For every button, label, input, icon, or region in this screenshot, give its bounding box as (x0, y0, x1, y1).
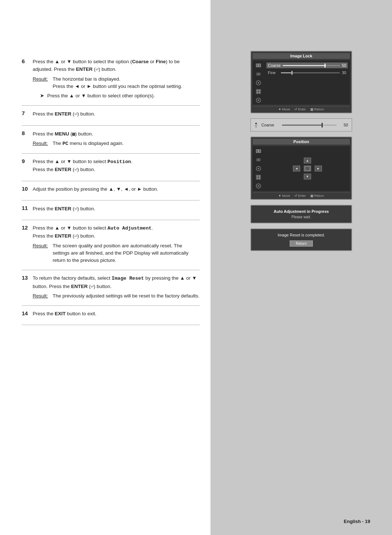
pos-right-btn[interactable]: ► (315, 166, 322, 171)
result-text-13: The previously adjusted settings will be… (53, 292, 199, 300)
step-13-text: To return the factory defaults, select I… (33, 275, 200, 290)
menu-icon-1 (255, 62, 262, 68)
arrow-text: Press the ▲ or ▼ button to select other … (47, 92, 155, 100)
coarse-value: 50 (342, 63, 346, 68)
step-6-arrow: ➤ Press the ▲ or ▼ button to select othe… (40, 92, 200, 100)
fine-value: 30 (342, 70, 346, 75)
position-icons (255, 148, 264, 189)
step-12-content: Press the ▲ or ▼ button to select Auto A… (33, 224, 200, 264)
pos-down-btn[interactable]: ▼ (304, 174, 311, 179)
result-label-12: Result: (33, 242, 53, 264)
menu-icon-4 (255, 89, 262, 94)
divider-13 (22, 305, 200, 306)
step-14-number: 14 (22, 310, 33, 316)
pos-icon-4 (255, 174, 262, 180)
step-7-content: Press the ENTER (⏎) button. (33, 110, 200, 119)
step-12: 12 Press the ▲ or ▼ button to select Aut… (22, 224, 200, 264)
svg-rect-26 (305, 166, 310, 170)
arrow-symbol: ➤ (40, 92, 44, 100)
pos-left-btn[interactable]: ◄ (293, 166, 300, 171)
coarse-slider-box: ▲ ▽ Coarse 50 (250, 118, 352, 131)
pos-footer-move: ✦ Move (278, 194, 290, 198)
image-lock-screen: Image Lock (250, 51, 352, 113)
step-6: 6 Press the ▲ or ▼ button to select the … (22, 58, 200, 100)
result-text-12: The screen quality and position are auto… (53, 242, 200, 264)
result-label-8: Result: (33, 140, 53, 147)
menu-icon-2 (255, 71, 262, 77)
pos-footer-return: ▦ Return (310, 194, 324, 198)
divider-12 (22, 270, 200, 270)
position-title: Position (253, 139, 350, 145)
step-10-content: Adjust the position by pressing the ▲, ▼… (33, 186, 200, 194)
divider-10 (22, 200, 200, 200)
auto-adj-title: Auto Adjustment in Progress (255, 209, 348, 214)
return-button[interactable]: Return (290, 240, 313, 247)
svg-point-2 (258, 65, 259, 66)
step-11-content: Press the ENTER (⏎) button. (33, 205, 200, 214)
pos-footer-enter: ⏎ Enter (294, 194, 306, 198)
step-14-content: Press the EXIT button to exit. (33, 310, 200, 319)
svg-rect-21 (257, 175, 258, 177)
divider-6 (22, 105, 200, 106)
step-13-number: 13 (22, 275, 33, 281)
image-reset-box: Image Reset is completed. Return (250, 228, 352, 251)
step-6-result: Result: The horizontal bar is displayed.… (33, 76, 200, 90)
step-9-number: 9 (22, 158, 33, 164)
step-13-content: To return the factory defaults, select I… (33, 275, 200, 300)
result-label-6: Result: (33, 76, 53, 90)
step-10: 10 Adjust the position by pressing the ▲… (22, 186, 200, 194)
step-7-number: 7 (22, 110, 33, 116)
menu-icon-3 (255, 80, 262, 86)
svg-rect-24 (259, 178, 260, 179)
coarse-arrows: ▲ ▽ (254, 122, 258, 128)
image-reset-text: Image Reset is completed. (255, 233, 348, 237)
pos-center (304, 166, 311, 171)
pos-up-btn[interactable]: ▲ (304, 158, 311, 163)
footer-move: ✦ Move (278, 108, 290, 111)
footer-enter: ⏎ Enter (294, 108, 306, 111)
step-8-number: 8 (22, 130, 33, 136)
menu-icon-5 (255, 97, 262, 103)
step-7: 7 Press the ENTER (⏎) button. (22, 110, 200, 119)
svg-rect-23 (257, 178, 258, 179)
svg-rect-11 (259, 92, 260, 93)
step-6-number: 6 (22, 58, 33, 64)
step-7-text: Press the ENTER (⏎) button. (33, 110, 200, 118)
divider-8 (22, 153, 200, 154)
footer-return: ▦ Return (310, 108, 324, 111)
step-6-text: Press the ▲ or ▼ button to select the op… (33, 58, 200, 73)
step-8: 8 Press the MENU (▦) button. Result: The… (22, 130, 200, 148)
coarse-slider-label: Coarse (261, 123, 278, 127)
svg-rect-10 (257, 92, 258, 93)
result-text-8: The PC menu is displayed again. (53, 140, 124, 147)
image-lock-title: Image Lock (253, 53, 350, 59)
pos-icon-3 (255, 166, 262, 171)
step-8-text: Press the MENU (▦) button. (33, 130, 200, 138)
result-label-13: Result: (33, 292, 53, 300)
step-11-text: Press the ENTER (⏎) button. (33, 205, 200, 212)
step-11-number: 11 (22, 205, 33, 211)
step-10-number: 10 (22, 186, 33, 192)
svg-point-15 (258, 150, 259, 152)
auto-adj-subtitle: Please wait. (255, 215, 348, 219)
pos-icon-1 (255, 148, 262, 154)
page-footer: English - 19 (344, 519, 370, 524)
divider-14 (22, 325, 200, 325)
step-13-result: Result: The previously adjusted settings… (33, 292, 200, 300)
step-8-content: Press the MENU (▦) button. Result: The P… (33, 130, 200, 148)
step-8-result: Result: The PC menu is displayed again. (33, 140, 200, 147)
coarse-row: ▲ ▽ Coarse 50 (254, 122, 348, 128)
divider-9 (22, 181, 200, 181)
auto-adjustment-box: Auto Adjustment in Progress Please wait. (250, 205, 352, 223)
svg-rect-9 (259, 90, 260, 91)
step-14-text: Press the EXIT button to exit. (33, 310, 200, 317)
coarse-slider-value: 50 (341, 123, 348, 127)
svg-point-19 (258, 168, 259, 169)
svg-point-6 (258, 82, 259, 84)
step-10-text: Adjust the position by pressing the ▲, ▼… (33, 186, 200, 193)
step-12-result: Result: The screen quality and position … (33, 242, 200, 264)
step-14: 14 Press the EXIT button to exit. (22, 310, 200, 319)
svg-rect-8 (257, 90, 258, 91)
image-lock-footer: ✦ Move ⏎ Enter ▦ Return (253, 106, 350, 111)
coarse-label: Coarse (268, 63, 281, 68)
